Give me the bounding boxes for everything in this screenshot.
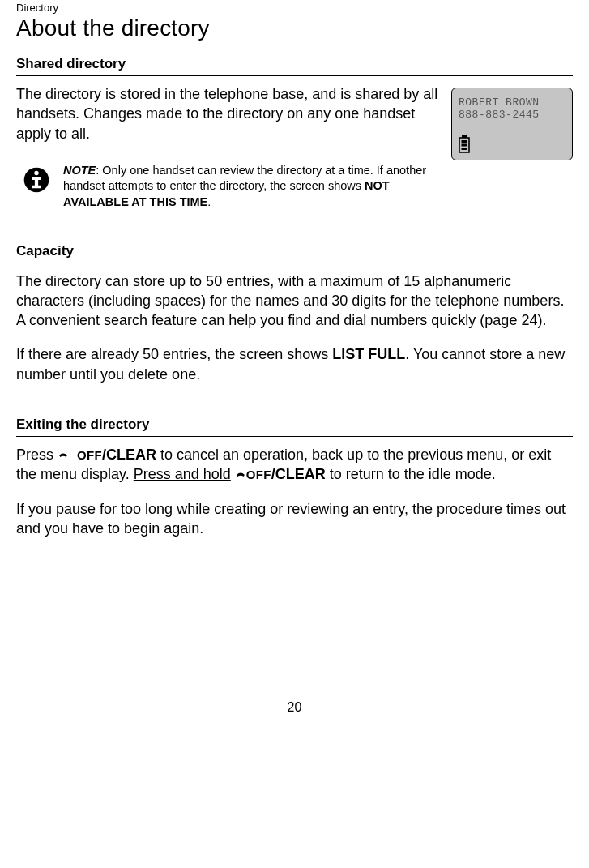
capacity-para-1: The directory can store up to 50 entries… — [16, 272, 573, 331]
phone-hangup-icon — [58, 447, 69, 458]
svg-rect-8 — [462, 144, 467, 147]
lcd-screen: ROBERT BROWN 888-883-2445 — [451, 88, 573, 160]
rule — [16, 436, 573, 437]
battery-icon — [459, 135, 566, 153]
note-block: NOTE: Only one handset can review the di… — [23, 163, 440, 211]
lcd-line-1: ROBERT BROWN — [459, 96, 566, 109]
capacity-para-2a: If there are already 50 entries, the scr… — [16, 346, 332, 362]
shared-intro: The directory is stored in the telephone… — [16, 84, 440, 143]
rule — [16, 263, 573, 263]
svg-rect-3 — [35, 177, 38, 186]
press-and-hold: Press and hold — [134, 466, 231, 482]
section-exit-heading: Exiting the directory — [16, 417, 573, 433]
key-off-clear-2: OFF/CLEAR — [246, 466, 326, 482]
breadcrumb: Directory — [16, 2, 573, 14]
key-off-clear-1: OFF/CLEAR — [73, 447, 160, 463]
section-shared-heading: Shared directory — [16, 56, 573, 72]
capacity-list-full: LIST FULL — [332, 346, 405, 362]
exit-p1-end: to return to the idle mode. — [326, 466, 496, 482]
press-word: Press — [16, 447, 58, 463]
page-title: About the directory — [16, 15, 573, 41]
note-label: NOTE — [63, 164, 96, 177]
svg-rect-9 — [462, 148, 467, 150]
rule — [16, 75, 573, 76]
section-capacity-heading: Capacity — [16, 243, 573, 259]
note-text: NOTE: Only one handset can review the di… — [63, 163, 440, 211]
svg-point-1 — [34, 171, 38, 175]
exit-para-1: Press OFF/CLEAR to cancel an operation, … — [16, 445, 573, 485]
svg-rect-4 — [32, 186, 41, 188]
lcd-line-2: 888-883-2445 — [459, 109, 566, 121]
page-number: 20 — [16, 700, 573, 715]
exit-para-2: If you pause for too long while creating… — [16, 499, 573, 539]
phone-hangup-icon — [235, 466, 246, 477]
note-body-2: . — [207, 195, 211, 208]
info-icon — [23, 166, 50, 194]
svg-rect-7 — [462, 140, 467, 143]
capacity-para-2: If there are already 50 entries, the scr… — [16, 344, 573, 384]
